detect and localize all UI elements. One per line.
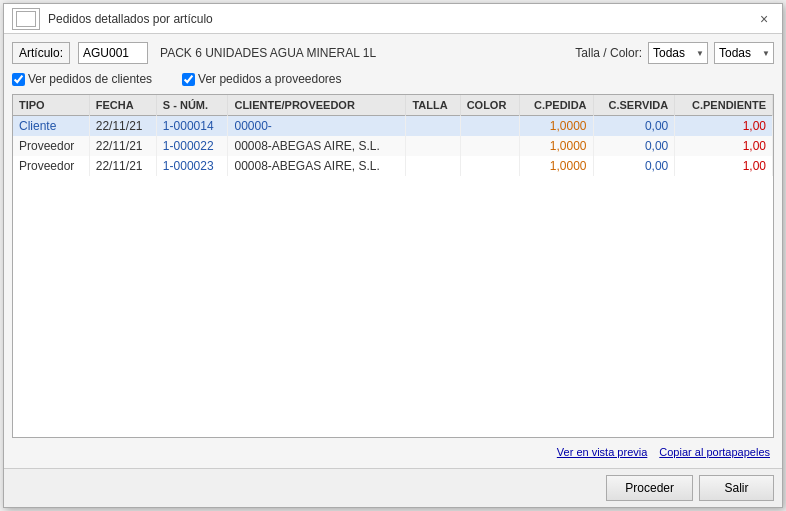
cell-tipo: Proveedor (13, 136, 89, 156)
check-proveedores[interactable] (182, 73, 195, 86)
color-select-wrapper: Todas (714, 42, 774, 64)
col-fecha: FECHA (89, 95, 156, 116)
cell-cpedida: 1,0000 (519, 136, 593, 156)
cell-cliente: 00008-ABEGAS AIRE, S.L. (228, 136, 406, 156)
cell-cpendiente: 1,00 (675, 136, 773, 156)
check-clientes[interactable] (12, 73, 25, 86)
table-row[interactable]: Proveedor 22/11/21 1-000023 00008-ABEGAS… (13, 156, 773, 176)
cell-cservida: 0,00 (593, 136, 675, 156)
cell-cliente: 00008-ABEGAS AIRE, S.L. (228, 156, 406, 176)
color-select[interactable]: Todas (714, 42, 774, 64)
col-talla: TALLA (406, 95, 460, 116)
col-num: S - NÚM. (156, 95, 228, 116)
content-area: Artículo: PACK 6 UNIDADES AGUA MINERAL 1… (4, 34, 782, 468)
check-clientes-label[interactable]: Ver pedidos de clientes (12, 72, 152, 86)
article-code-input[interactable] (78, 42, 148, 64)
cell-tipo: Cliente (13, 116, 89, 137)
svg-rect-0 (17, 12, 35, 26)
cell-cpendiente: 1,00 (675, 116, 773, 137)
cell-num: 1-000014 (156, 116, 228, 137)
cell-fecha: 22/11/21 (89, 116, 156, 137)
proceder-button[interactable]: Proceder (606, 475, 693, 501)
cell-cservida: 0,00 (593, 116, 675, 137)
table-header: TIPO FECHA S - NÚM. CLIENTE/PROVEEDOR TA… (13, 95, 773, 116)
cell-tipo: Proveedor (13, 156, 89, 176)
col-cservida: C.SERVIDA (593, 95, 675, 116)
cell-num: 1-000022 (156, 136, 228, 156)
table-row[interactable]: Proveedor 22/11/21 1-000022 00008-ABEGAS… (13, 136, 773, 156)
col-cpendiente: C.PENDIENTE (675, 95, 773, 116)
table-body: Cliente 22/11/21 1-000014 00000- 1,0000 … (13, 116, 773, 177)
close-button[interactable]: × (754, 9, 774, 29)
article-row: Artículo: PACK 6 UNIDADES AGUA MINERAL 1… (12, 42, 774, 64)
cell-num: 1-000023 (156, 156, 228, 176)
cell-talla (406, 156, 460, 176)
svg-line-3 (25, 23, 29, 26)
cell-talla (406, 136, 460, 156)
col-cliente: CLIENTE/PROVEEDOR (228, 95, 406, 116)
copy-link[interactable]: Copiar al portapapeles (659, 446, 770, 458)
bottom-links: Ver en vista previa Copiar al portapapel… (12, 444, 774, 460)
check-proveedores-label[interactable]: Ver pedidos a proveedores (182, 72, 341, 86)
cell-cpedida: 1,0000 (519, 156, 593, 176)
article-description: PACK 6 UNIDADES AGUA MINERAL 1L (156, 44, 436, 62)
size-select[interactable]: Todas (648, 42, 708, 64)
cell-color (460, 136, 519, 156)
main-window: Pedidos detallados por artículo × Artícu… (3, 3, 783, 508)
article-label: Artículo: (12, 42, 70, 64)
cell-fecha: 22/11/21 (89, 156, 156, 176)
cell-color (460, 156, 519, 176)
window-icon (12, 8, 40, 30)
cell-cservida: 0,00 (593, 156, 675, 176)
table-row[interactable]: Cliente 22/11/21 1-000014 00000- 1,0000 … (13, 116, 773, 137)
title-bar-left: Pedidos detallados por artículo (12, 8, 213, 30)
size-color-group: Talla / Color: Todas Todas (575, 42, 774, 64)
footer-buttons: Proceder Salir (4, 468, 782, 507)
cell-cpedida: 1,0000 (519, 116, 593, 137)
col-color: COLOR (460, 95, 519, 116)
size-select-wrapper: Todas (648, 42, 708, 64)
window-title: Pedidos detallados por artículo (48, 12, 213, 26)
col-tipo: TIPO (13, 95, 89, 116)
preview-link[interactable]: Ver en vista previa (557, 446, 648, 458)
col-cpedida: C.PEDIDA (519, 95, 593, 116)
orders-table-container: TIPO FECHA S - NÚM. CLIENTE/PROVEEDOR TA… (12, 94, 774, 438)
checkboxes-row: Ver pedidos de clientes Ver pedidos a pr… (12, 70, 774, 88)
header-row: TIPO FECHA S - NÚM. CLIENTE/PROVEEDOR TA… (13, 95, 773, 116)
cell-color (460, 116, 519, 137)
cell-cpendiente: 1,00 (675, 156, 773, 176)
cell-talla (406, 116, 460, 137)
svg-point-2 (20, 18, 26, 24)
title-bar: Pedidos detallados por artículo × (4, 4, 782, 34)
cell-cliente: 00000- (228, 116, 406, 137)
salir-button[interactable]: Salir (699, 475, 774, 501)
size-color-label: Talla / Color: (575, 46, 642, 60)
orders-table: TIPO FECHA S - NÚM. CLIENTE/PROVEEDOR TA… (13, 95, 773, 176)
cell-fecha: 22/11/21 (89, 136, 156, 156)
